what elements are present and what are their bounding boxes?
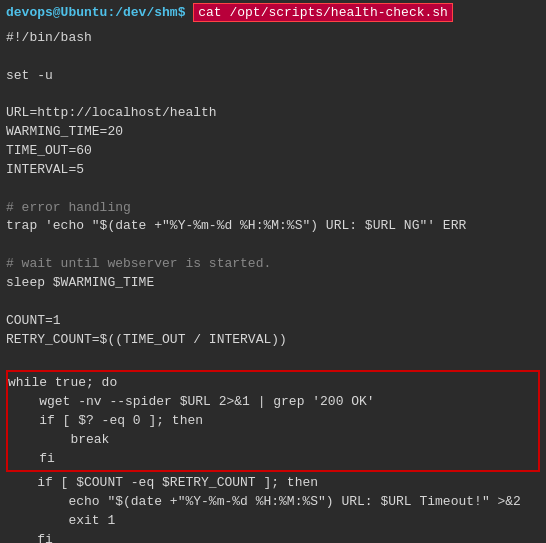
line-timeout: TIME_OUT=60 xyxy=(6,142,540,161)
terminal-window: devops@Ubuntu:/dev/shm$ cat /opt/scripts… xyxy=(0,0,546,543)
line-comment1: # error handling xyxy=(6,199,540,218)
line-blank3 xyxy=(6,180,540,199)
line-exit1: exit 1 xyxy=(6,512,540,531)
line-retry: RETRY_COUNT=$((TIME_OUT / INTERVAL)) xyxy=(6,331,540,350)
terminal-body: #!/bin/bash set -u URL=http://localhost/… xyxy=(0,25,546,543)
line-blank1 xyxy=(6,48,540,67)
line-blank5 xyxy=(6,293,540,312)
line-sleep1: sleep $WARMING_TIME xyxy=(6,274,540,293)
line-url: URL=http://localhost/health xyxy=(6,104,540,123)
terminal-header: devops@Ubuntu:/dev/shm$ cat /opt/scripts… xyxy=(0,0,546,25)
line-wget: wget -nv --spider $URL 2>&1 | grep '200 … xyxy=(8,393,538,412)
prompt-text: devops@Ubuntu:/dev/shm$ xyxy=(6,5,185,20)
line-if1: if [ $? -eq 0 ]; then xyxy=(8,412,538,431)
line-blank6 xyxy=(6,349,540,368)
command-text: cat /opt/scripts/health-check.sh xyxy=(193,3,453,22)
line-trap: trap 'echo "$(date +"%Y-%m-%d %H:%M:%S")… xyxy=(6,217,540,236)
line-count1: COUNT=1 xyxy=(6,312,540,331)
line-set: set -u xyxy=(6,67,540,86)
line-blank4 xyxy=(6,236,540,255)
line-echo2: echo "$(date +"%Y-%m-%d %H:%M:%S") URL: … xyxy=(6,493,540,512)
highlight-block: while true; do wget -nv --spider $URL 2>… xyxy=(6,370,540,472)
line-if2: if [ $COUNT -eq $RETRY_COUNT ]; then xyxy=(6,474,540,493)
line-fi1: fi xyxy=(8,450,538,469)
line-break: break xyxy=(8,431,538,450)
line-comment2: # wait until webserver is started. xyxy=(6,255,540,274)
line-while: while true; do xyxy=(8,374,538,393)
line-interval: INTERVAL=5 xyxy=(6,161,540,180)
line-warming: WARMING_TIME=20 xyxy=(6,123,540,142)
line-blank2 xyxy=(6,86,540,105)
line-shebang: #!/bin/bash xyxy=(6,29,540,48)
line-fi2: fi xyxy=(6,531,540,543)
